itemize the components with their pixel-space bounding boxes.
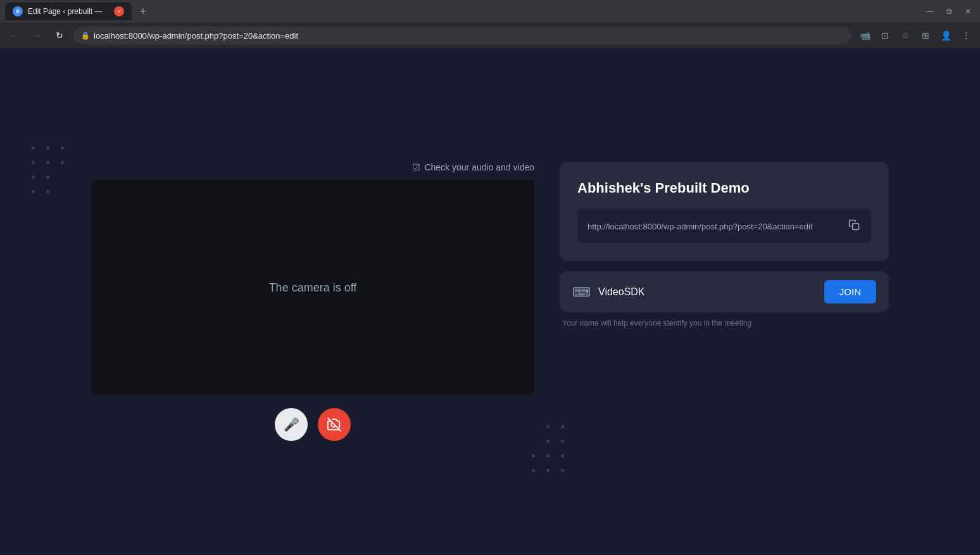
join-button[interactable]: JOIN xyxy=(824,280,876,303)
meeting-url-display: http://localhost:8000/wp-admin/post.php?… xyxy=(587,222,839,231)
forward-button[interactable]: → xyxy=(28,27,46,44)
main-layout: ☑ Check your audio and video The camera … xyxy=(91,162,889,441)
bookmark-button[interactable]: ☆ xyxy=(896,27,914,44)
keyboard-icon: ⌨ xyxy=(572,284,591,300)
address-bar[interactable]: 🔒 localhost:8000/wp-admin/post.php?post=… xyxy=(73,27,851,44)
toolbar-actions: 📹 ⊡ ☆ ⊞ 👤 ⋮ xyxy=(856,27,975,44)
camera-controls: 🎤 xyxy=(275,408,351,441)
mic-toggle-button[interactable]: 🎤 xyxy=(275,408,308,441)
info-panel: Abhishek's Prebuilt Demo http://localhos… xyxy=(560,162,889,328)
camera-toggle-button[interactable] xyxy=(318,408,351,441)
browser-tab[interactable]: ⊕ Edit Page ‹ prebuilt — × xyxy=(5,3,132,20)
restore-button[interactable]: ⧉ xyxy=(943,6,956,17)
browser-chrome: ⊕ Edit Page ‹ prebuilt — × + — ⧉ ✕ ← → ↻… xyxy=(0,0,980,48)
page-content: ☑ Check your audio and video The camera … xyxy=(0,48,980,555)
tab-close-button[interactable]: × xyxy=(114,6,124,16)
video-cast-button[interactable]: 📹 xyxy=(856,27,874,44)
join-card: ⌨ JOIN xyxy=(560,271,889,312)
reload-button[interactable]: ↻ xyxy=(51,27,68,44)
tab-title: Edit Page ‹ prebuilt — xyxy=(28,7,109,16)
camera-section: ☑ Check your audio and video The camera … xyxy=(91,162,534,441)
svg-rect-1 xyxy=(853,224,859,230)
close-window-button[interactable]: ✕ xyxy=(961,6,975,17)
check-audio-video-label: ☑ Check your audio and video xyxy=(412,162,534,172)
browser-toolbar: ← → ↻ 🔒 localhost:8000/wp-admin/post.php… xyxy=(0,23,980,48)
camera-off-text: The camera is off xyxy=(269,281,357,295)
back-button[interactable]: ← xyxy=(5,27,23,44)
camera-off-icon xyxy=(327,418,341,431)
cast-button[interactable]: ⊡ xyxy=(876,27,894,44)
name-input[interactable] xyxy=(598,286,817,298)
window-controls: — ⧉ ✕ xyxy=(922,6,975,17)
name-hint-text: Your name will help everyone identify yo… xyxy=(560,319,889,328)
svg-line-0 xyxy=(328,418,341,431)
lock-icon: 🔒 xyxy=(81,32,90,40)
meeting-title: Abhishek's Prebuilt Demo xyxy=(577,180,871,196)
copy-url-button[interactable] xyxy=(847,218,861,234)
browser-titlebar: ⊕ Edit Page ‹ prebuilt — × + — ⧉ ✕ xyxy=(0,0,980,23)
extensions-button[interactable]: ⊞ xyxy=(917,27,934,44)
meeting-card: Abhishek's Prebuilt Demo http://localhos… xyxy=(560,162,889,261)
minimize-button[interactable]: — xyxy=(922,6,938,17)
check-audio-video-text: Check your audio and video xyxy=(424,162,534,172)
new-tab-button[interactable]: + xyxy=(134,3,152,20)
url-display: localhost:8000/wp-admin/post.php?post=20… xyxy=(94,31,843,41)
check-icon: ☑ xyxy=(412,162,420,172)
profile-button[interactable]: 👤 xyxy=(937,27,955,44)
copy-icon xyxy=(848,219,860,231)
url-container: http://localhost:8000/wp-admin/post.php?… xyxy=(577,209,871,243)
camera-preview: The camera is off xyxy=(91,180,534,395)
tab-favicon: ⊕ xyxy=(13,6,23,16)
menu-button[interactable]: ⋮ xyxy=(957,27,975,44)
